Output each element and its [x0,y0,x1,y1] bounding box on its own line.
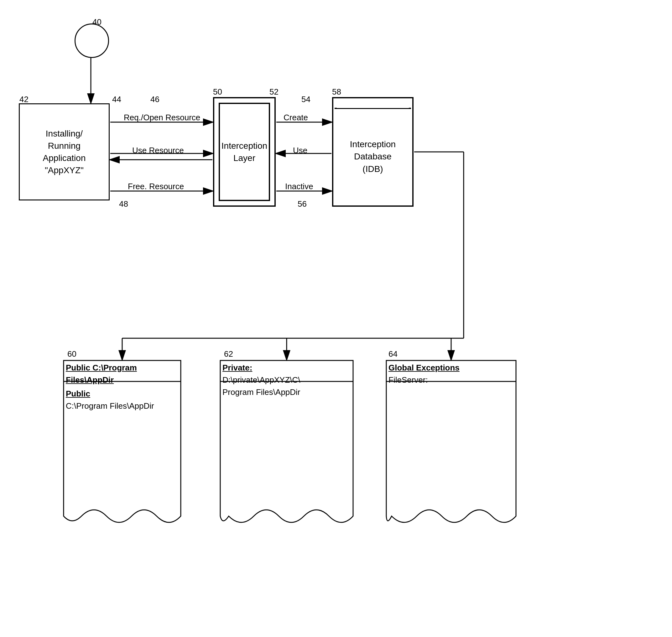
public-box-text: Public C:\Program Files\AppDir Public C:… [66,362,179,412]
ref-64: 64 [388,349,397,359]
ref-58: 58 [332,87,341,97]
start-circle [74,23,109,58]
ref-52: 52 [269,87,279,97]
ref-46: 46 [151,95,159,104]
ref-62: 62 [224,349,233,359]
ref-56: 56 [298,199,307,209]
global-box-text: Global Exceptions FileServer: [388,362,514,386]
interception-layer-label: Interception Layer [222,140,267,164]
ref-42: 42 [19,95,29,104]
public-content: Public C:\Program Files\AppDir [66,388,179,412]
create-label: Create [284,113,308,123]
idb-label: Interception Database (IDB) [350,138,396,175]
ref-50: 50 [213,87,222,97]
app-box-label: Installing/ Running Application "AppXYZ" [43,127,86,177]
private-box-text: Private: D:\private\AppXYZ\C\ Program Fi… [223,362,351,398]
app-box: Installing/ Running Application "AppXYZ" [19,103,110,200]
use-label: Use [293,146,307,155]
ref-54: 54 [301,95,311,104]
ref-48: 48 [119,199,128,209]
use-resource-label: Use Resource [132,146,184,155]
idb-tab2 [337,102,409,109]
free-resource-label: Free. Resource [128,182,184,192]
ref-44: 44 [112,95,121,104]
idb-label-box: Interception Database (IDB) [335,109,411,204]
ref-60: 60 [67,349,76,359]
interception-layer-inner: Interception Layer [219,103,270,201]
inactive-label: Inactive [285,182,313,192]
req-open-label: Req./Open Resource [124,113,200,123]
diagram-container: 40 42 Installing/ Running Application "A… [0,0,672,637]
global-box-svg [385,360,517,541]
public-title: Public C:\Program Files\AppDir [66,363,137,385]
